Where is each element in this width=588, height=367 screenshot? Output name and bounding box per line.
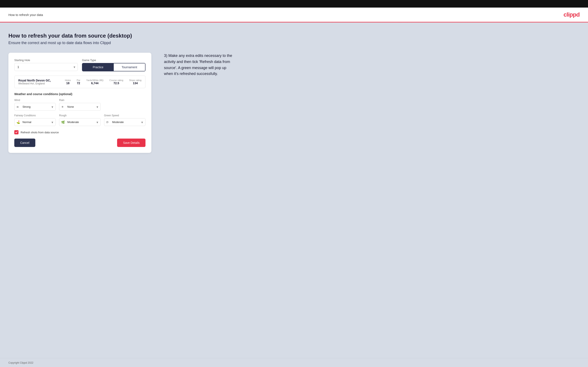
refresh-checkbox[interactable]: [14, 130, 18, 134]
rain-label: Rain: [59, 99, 101, 102]
header-title: How to refresh your data: [9, 13, 43, 17]
practice-button[interactable]: Practice: [82, 63, 114, 71]
wind-rain-row: Wind ≋ Strong Light None Rain ☀: [14, 99, 146, 111]
game-type-label: Game Type: [82, 58, 146, 62]
empty-group: [104, 99, 146, 111]
par-label: Par: [77, 79, 80, 82]
form-card: Starting Hole 1 2 10 Game Type Practice …: [9, 53, 151, 153]
refresh-checkbox-row: Refresh shots from data source: [14, 130, 146, 134]
starting-hole-select[interactable]: 1 2 10: [14, 63, 78, 71]
wind-group: Wind ≋ Strong Light None: [14, 99, 56, 111]
yards-stat: Yards/White (M)) 6,744: [86, 79, 104, 85]
green-speed-group: Green Speed ⟳ Moderate Slow Fast: [104, 114, 146, 126]
save-button[interactable]: Save Details: [117, 139, 146, 147]
course-stats: Holes 18 Par 72 Yards/White (M)) 6,744 C…: [65, 79, 141, 85]
wind-select[interactable]: Strong Light None: [14, 103, 56, 111]
par-value: 72: [77, 82, 80, 85]
rough-select-wrapper: 🌿 Moderate Light Heavy: [59, 118, 101, 126]
course-rating-label: Course rating: [109, 79, 123, 82]
fairway-select-wrapper: ⛳ Normal Soft Hard: [14, 118, 56, 126]
top-bar: [0, 0, 588, 8]
course-rating-value: 72.5: [109, 82, 123, 85]
header: How to refresh your data clippd: [0, 8, 588, 22]
par-stat: Par 72: [77, 79, 80, 85]
starting-hole-wrapper: 1 2 10: [14, 63, 78, 71]
wind-select-wrapper: ≋ Strong Light None: [14, 103, 56, 111]
green-speed-label: Green Speed: [104, 114, 146, 117]
refresh-label: Refresh shots from data source: [21, 131, 59, 134]
page-subheading: Ensure the correct and most up to date d…: [9, 41, 579, 45]
starting-hole-group: Starting Hole 1 2 10: [14, 58, 78, 71]
checkmark-icon: [15, 131, 18, 133]
green-speed-select[interactable]: Moderate Slow Fast: [104, 118, 146, 126]
course-location: Westward Ho!, England: [18, 82, 51, 85]
fairway-group: Fairway Conditions ⛳ Normal Soft Hard: [14, 114, 56, 126]
fairway-row: Fairway Conditions ⛳ Normal Soft Hard Ro…: [14, 114, 146, 126]
wind-label: Wind: [14, 99, 56, 102]
rain-group: Rain ☀ None Light Heavy: [59, 99, 101, 111]
logo: clippd: [564, 11, 579, 18]
yards-label: Yards/White (M)): [86, 79, 104, 82]
main-content: How to refresh your data from source (de…: [0, 23, 588, 358]
fairway-select[interactable]: Normal Soft Hard: [14, 118, 56, 126]
button-row: Cancel Save Details: [14, 139, 146, 147]
rain-select[interactable]: None Light Heavy: [59, 103, 101, 111]
page-heading: How to refresh your data from source (de…: [9, 33, 579, 39]
content-row: Starting Hole 1 2 10 Game Type Practice …: [9, 53, 579, 153]
conditions-heading: Weather and course conditions (optional): [14, 92, 146, 96]
footer: Copyright Clippd 2022: [0, 358, 588, 367]
fairway-label: Fairway Conditions: [14, 114, 56, 117]
course-name: Royal North Devon GC,: [18, 79, 51, 82]
game-type-toggle: Practice Tournament: [82, 63, 146, 71]
holes-stat: Holes 18: [65, 79, 71, 85]
slope-rating-value: 134: [129, 82, 141, 85]
cancel-button[interactable]: Cancel: [14, 139, 35, 147]
course-info-card: Royal North Devon GC, Westward Ho!, Engl…: [14, 75, 146, 88]
starting-hole-label: Starting Hole: [14, 58, 78, 62]
rough-label: Rough: [59, 114, 101, 117]
slope-rating-label: Slope rating: [129, 79, 141, 82]
top-form-row: Starting Hole 1 2 10 Game Type Practice …: [14, 58, 146, 71]
rough-select[interactable]: Moderate Light Heavy: [59, 118, 101, 126]
side-description: 3) Make any extra edits necessary to the…: [164, 53, 235, 77]
course-info-text: Royal North Devon GC, Westward Ho!, Engl…: [18, 79, 51, 85]
footer-text: Copyright Clippd 2022: [9, 361, 34, 364]
game-type-group: Game Type Practice Tournament: [82, 58, 146, 71]
slope-rating-stat: Slope rating 134: [129, 79, 141, 85]
holes-label: Holes: [65, 79, 71, 82]
rough-group: Rough 🌿 Moderate Light Heavy: [59, 114, 101, 126]
yards-value: 6,744: [86, 82, 104, 85]
green-speed-select-wrapper: ⟳ Moderate Slow Fast: [104, 118, 146, 126]
rain-select-wrapper: ☀ None Light Heavy: [59, 103, 101, 111]
course-rating-stat: Course rating 72.5: [109, 79, 123, 85]
tournament-button[interactable]: Tournament: [114, 63, 145, 71]
holes-value: 18: [65, 82, 71, 85]
